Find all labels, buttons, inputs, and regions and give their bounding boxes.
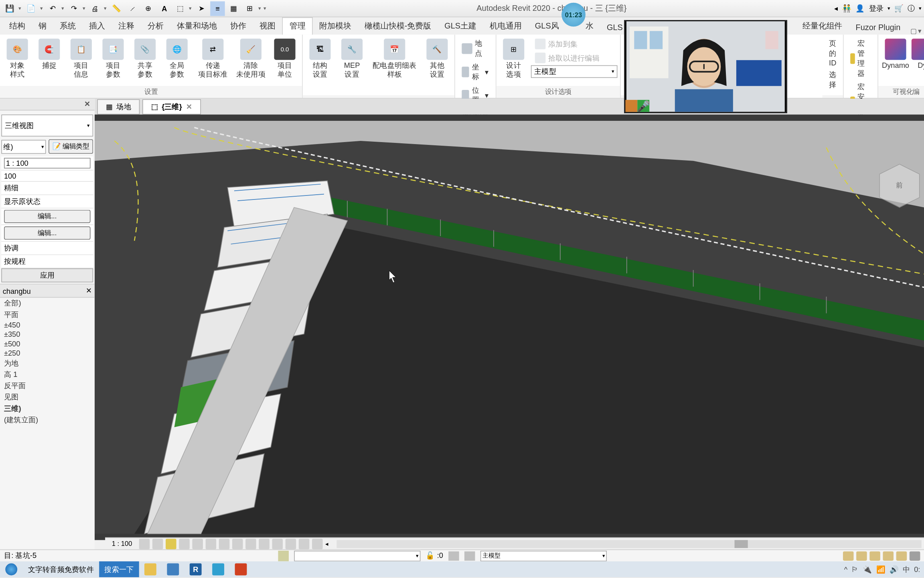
show-hidden[interactable]: 按规程 <box>1 255 93 268</box>
scale-value[interactable]: 100 <box>1 171 93 181</box>
thin-icon[interactable]: ≡ <box>210 1 225 15</box>
tab-addins[interactable]: 附加模块 <box>313 18 358 35</box>
apply-button[interactable]: 应用 <box>1 269 93 283</box>
status-editable-icon[interactable] <box>448 551 459 560</box>
tray-clock[interactable]: 0: <box>914 565 920 573</box>
tab-mep[interactable]: 机电通用 <box>483 18 528 35</box>
vcb-crop-show-icon[interactable] <box>219 538 229 549</box>
vcb-analytic-icon[interactable] <box>272 538 283 549</box>
align-icon[interactable]: ⟋ <box>125 1 140 15</box>
tab-annotate[interactable]: 注释 <box>112 18 141 35</box>
vcb-lock-icon[interactable] <box>232 538 243 549</box>
ribbon-collapse-icon[interactable]: ▢ ▾ <box>910 27 922 35</box>
tab-fuzor[interactable]: Fuzor Plugin <box>849 20 907 35</box>
tab-systems[interactable]: 系统 <box>53 18 83 35</box>
tab-analyze[interactable]: 分析 <box>141 18 170 35</box>
login-label[interactable]: 登录 <box>869 3 883 13</box>
taskbar-app-2[interactable] <box>162 562 184 578</box>
vcb-extra2-icon[interactable] <box>312 538 322 549</box>
mep-settings-button[interactable]: 🔧MEP设置 <box>337 37 367 80</box>
tray-vol-icon[interactable]: 🔊 <box>890 565 899 574</box>
tile-icon[interactable]: ▦ <box>226 1 241 15</box>
section-icon[interactable]: ➤ <box>194 1 209 15</box>
dynamo2-button[interactable]: Dy <box>913 37 924 71</box>
status-select-3-icon[interactable] <box>869 551 880 560</box>
view-tab-site[interactable]: ▦ 场地 <box>97 99 140 114</box>
help-icon[interactable]: ⓘ <box>908 3 915 13</box>
tray-flag-icon[interactable]: 🏳 <box>851 565 859 573</box>
taskbar-explorer[interactable] <box>139 562 162 578</box>
tray-ime[interactable]: 中 <box>903 564 910 574</box>
browser-item[interactable]: ±450 <box>3 320 95 330</box>
global-params-button[interactable]: 🌐全局参数 <box>162 37 192 80</box>
units-button[interactable]: 0.0项目单位 <box>270 37 300 80</box>
tab-steel[interactable]: 钢 <box>32 18 53 35</box>
purge-button[interactable]: 🧹清除未使用项 <box>234 37 267 80</box>
vcb-extra1-icon[interactable] <box>298 538 309 549</box>
snaps-button[interactable]: 🧲捕捉 <box>34 37 64 71</box>
tray-up-icon[interactable]: ^ <box>844 565 848 573</box>
tab-lw[interactable]: 经量化组件 <box>796 18 849 35</box>
browser-item[interactable]: 高 1 <box>3 369 95 380</box>
taskbar-search[interactable]: 搜索一下 <box>99 562 139 578</box>
browser-close-icon[interactable]: ✕ <box>86 286 92 295</box>
taskbar-app-1[interactable]: 文字转音频免费软件 <box>22 562 99 578</box>
switch-icon[interactable]: ⊞ <box>242 1 257 15</box>
browser-item[interactable]: ±500 <box>3 339 95 348</box>
measure-icon[interactable]: 📏 <box>109 1 124 15</box>
project-info-button[interactable]: 📋项目信息 <box>67 37 96 80</box>
webcam-overlay[interactable]: 🎤 <box>624 20 787 113</box>
qat-customize[interactable]: ▾ <box>263 5 269 11</box>
browser-item[interactable]: 为地 <box>3 358 95 369</box>
struct-settings-button[interactable]: 🏗结构设置 <box>305 37 334 80</box>
horizontal-scrollbar[interactable] <box>336 540 922 548</box>
qat-dd-1[interactable]: ▾ <box>18 5 24 11</box>
spot-icon[interactable]: ⊕ <box>141 1 156 15</box>
tab-collab[interactable]: 协作 <box>223 18 253 35</box>
transfer-button[interactable]: ⇄传递项目标准 <box>194 37 231 80</box>
status-editreq-icon[interactable] <box>464 551 475 560</box>
edit-button-1[interactable]: 编辑... <box>4 210 91 223</box>
tab-gls2[interactable]: GLS风 <box>528 18 565 35</box>
qat-dd-6[interactable]: ▾ <box>189 5 194 11</box>
materials-button[interactable]: 🎨对象样式 <box>3 37 32 80</box>
view-tab-3d[interactable]: ⬚ {三维} ✕ <box>142 99 201 114</box>
detail-level[interactable]: 精细 <box>1 182 93 195</box>
properties-close-icon[interactable]: ✕ <box>83 100 92 109</box>
taskbar-ppt[interactable] <box>229 562 252 578</box>
save-icon[interactable]: 💾 <box>3 1 17 15</box>
3d-icon[interactable]: ⬚ <box>173 1 187 15</box>
status-select-2-icon[interactable] <box>856 551 867 560</box>
qat-dd-2[interactable]: ▾ <box>40 5 45 11</box>
status-workset-icon[interactable] <box>278 550 289 561</box>
panel-sched-button[interactable]: 📅配电盘明细表样板 <box>369 37 420 80</box>
status-select-5-icon[interactable] <box>896 551 907 560</box>
vcb-shadow-icon[interactable] <box>179 538 190 549</box>
help-dd[interactable]: ▾ <box>919 5 922 11</box>
browser-item[interactable]: 全部) <box>3 298 95 309</box>
dynamo-button[interactable]: Dynamo <box>881 37 910 71</box>
taskbar-ie[interactable] <box>0 562 22 578</box>
qat-dd-4[interactable]: ▾ <box>83 5 88 11</box>
browser-item[interactable]: ±350 <box>3 330 95 339</box>
status-filter-icon[interactable] <box>910 551 920 560</box>
select-button[interactable]: 选择 <box>825 69 840 91</box>
view-tab-close-icon[interactable]: ✕ <box>186 102 192 111</box>
infocenter-icon[interactable]: 👬 <box>842 4 851 13</box>
shared-params-button[interactable]: 📎共享参数 <box>130 37 160 80</box>
design-options-button[interactable]: ⊞设计选项 <box>499 37 528 80</box>
tab-view[interactable]: 视图 <box>253 18 282 35</box>
tab-massing[interactable]: 体量和场地 <box>170 18 224 35</box>
vcb-scale[interactable]: 1 : 100 <box>108 540 136 547</box>
design-option-combo[interactable]: 主模型▾ <box>531 65 618 78</box>
coords-button[interactable]: 坐标 ▾ <box>458 61 493 83</box>
scale-input[interactable] <box>4 158 91 169</box>
undo-icon[interactable]: ↶ <box>45 1 60 15</box>
new-icon[interactable]: 📄 <box>24 1 38 15</box>
tray-wifi-icon[interactable]: 📶 <box>876 565 886 574</box>
ids-button[interactable]: 页的 ID <box>825 37 840 68</box>
display-mode[interactable]: 显示原状态 <box>1 195 93 208</box>
browser-item[interactable]: ±250 <box>3 348 95 358</box>
tab-manage[interactable]: 管理 <box>282 17 312 35</box>
status-select-1-icon[interactable] <box>843 551 854 560</box>
